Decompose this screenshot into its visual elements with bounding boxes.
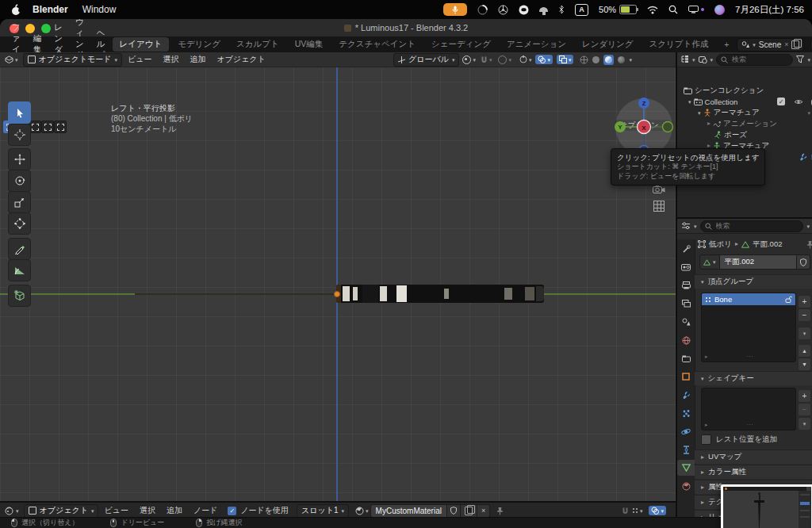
perspective-ortho-toggle-icon[interactable] (653, 201, 665, 212)
input-source-icon[interactable]: A (575, 4, 588, 16)
show-overlays-toggle[interactable]: ▾ (535, 55, 553, 64)
outliner-row-armature-object[interactable]: ▾ アーマチュア ▾ (677, 107, 812, 118)
pin-icon[interactable] (806, 240, 812, 249)
tab-collection-properties[interactable] (677, 350, 695, 366)
tab-object-data-properties-active[interactable] (677, 460, 695, 476)
window-titlebar[interactable]: * Luminous17 - Blender 4.3.2 (0, 19, 812, 37)
move-vertex-group-down-button[interactable]: ▼ (798, 358, 811, 371)
shape-key-specials-button[interactable]: ▾ (798, 417, 811, 430)
tab-object-properties[interactable] (677, 369, 695, 385)
shading-wireframe-icon[interactable] (580, 55, 588, 64)
properties-search[interactable] (700, 220, 804, 232)
tool-transform[interactable] (8, 212, 31, 235)
properties-editor-icon[interactable] (681, 222, 691, 230)
outliner-search-input[interactable] (730, 55, 781, 64)
pin-icon[interactable] (496, 507, 504, 515)
material-browse-button[interactable]: ▾ (355, 507, 369, 515)
tool-measure[interactable] (8, 259, 31, 281)
menubar-datetime[interactable]: 7月26日(土) 7:56 (735, 4, 804, 16)
screen-mirroring-status[interactable] (688, 6, 704, 13)
tool-cursor[interactable] (8, 124, 31, 146)
list-filter-toggle[interactable]: ▸ (705, 422, 708, 427)
tab-modifier-properties[interactable] (677, 387, 695, 403)
viewport-menu-view[interactable]: ビュー (122, 54, 157, 65)
list-grip-icon[interactable]: ⋯ (746, 353, 753, 360)
add-workspace-button[interactable]: + (717, 38, 736, 51)
shader-menu-add[interactable]: 追加 (161, 505, 188, 516)
tab-shading[interactable]: シェーディング (424, 37, 498, 52)
tab-layout[interactable]: レイアウト (113, 37, 170, 52)
shading-material-preview-active[interactable] (603, 55, 614, 65)
proportional-edit-icon[interactable] (498, 55, 507, 64)
remove-vertex-group-button[interactable]: − (798, 308, 811, 322)
viewport-menu-select[interactable]: 選択 (157, 54, 184, 65)
fake-user-shield-button[interactable] (797, 254, 810, 270)
shader-type-selector[interactable]: オブジェクト ▾ (24, 504, 99, 518)
vertex-groups-section-header[interactable]: ▾頂点グループ (695, 274, 812, 289)
shader-menu-view[interactable]: ビュー (98, 505, 133, 516)
sword-mesh[interactable] (336, 285, 544, 303)
eye-visibility-icon[interactable] (794, 98, 803, 105)
select-mode-intersect-button[interactable] (54, 121, 67, 133)
vertex-group-specials-button[interactable]: ▾ (798, 327, 811, 340)
shape-keys-section-header[interactable]: ▾シェイプキー (695, 371, 812, 385)
tab-tool-properties[interactable] (677, 241, 695, 257)
tab-texture-paint[interactable]: テクスチャペイント (331, 37, 423, 52)
properties-options-chevron[interactable]: ▾ (806, 224, 810, 229)
tab-output-properties[interactable] (677, 277, 695, 293)
outliner-row-scene-collection[interactable]: シーンコレクション (677, 85, 812, 96)
show-gizmo-toggle[interactable]: ▾ (519, 55, 532, 63)
shading-solid-icon[interactable] (592, 56, 599, 63)
mushroom-app-icon[interactable] (539, 7, 548, 12)
pivot-point-button[interactable]: ▾ (462, 55, 476, 64)
wheel-app-icon[interactable] (498, 5, 508, 15)
outliner-editor-icon[interactable] (680, 55, 689, 63)
tab-physics-properties[interactable] (677, 423, 695, 439)
outliner-search[interactable] (716, 54, 793, 66)
material-fake-user-button[interactable] (447, 504, 461, 518)
wifi-icon[interactable] (647, 6, 658, 14)
screenshot-preview-thumbnail[interactable] (721, 484, 812, 528)
tab-uv-editing[interactable]: UV編集 (288, 37, 331, 52)
material-copy-button[interactable] (461, 504, 477, 518)
move-vertex-group-up-button[interactable]: ▲ (798, 344, 811, 358)
rest-position-checkbox[interactable] (701, 434, 711, 445)
use-nodes-checkbox[interactable]: ✓ (228, 507, 236, 515)
proportional-chevron[interactable]: ▾ (508, 57, 511, 63)
tab-render-properties[interactable] (677, 259, 695, 275)
tab-rendering[interactable]: レンダリング (575, 37, 640, 52)
siri-icon[interactable] (714, 5, 725, 15)
mode-selector[interactable]: オブジェクトモード ▾ (23, 53, 122, 67)
tab-scene-properties[interactable] (677, 314, 695, 330)
snap-magnet-icon[interactable] (622, 507, 629, 515)
tool-add-cube[interactable] (8, 285, 31, 307)
battery-status[interactable]: 50% (599, 5, 637, 14)
vertex-group-item-bone[interactable]: Bone (702, 293, 795, 305)
object-origin-dot[interactable] (334, 291, 340, 297)
list-grip-icon[interactable]: ⋯ (746, 421, 753, 428)
shader-overlays-toggle[interactable]: ▾ (649, 506, 666, 515)
shader-menu-select[interactable]: 選択 (134, 505, 161, 516)
collection-checkbox[interactable]: ✓ (777, 98, 785, 105)
record-status-icon[interactable] (477, 5, 488, 15)
mesh-datablock-browse[interactable]: ▾ (699, 254, 720, 270)
gizmo-minus-y-ball[interactable] (663, 122, 673, 132)
material-unlink-button[interactable]: × (477, 504, 490, 518)
tab-constraint-properties[interactable] (677, 442, 695, 457)
tool-scale[interactable] (8, 191, 31, 213)
select-mode-invert-button[interactable] (41, 121, 54, 133)
line-app-icon[interactable] (519, 5, 529, 15)
remove-shape-key-button[interactable]: − (798, 403, 811, 416)
shape-keys-list[interactable]: ▸ ⋯ (701, 388, 796, 430)
viewport-3d[interactable]: ▾ オブジェクトモード ▾ ビュー 選択 追加 オブジェクト グローバル ▾ (0, 52, 676, 501)
breadcrumb-data-label[interactable]: 平面.002 (753, 239, 783, 250)
armature-expand-chevron[interactable]: ▾ (807, 110, 810, 116)
shader-editor-type-button[interactable]: ▾ (0, 507, 24, 515)
outliner-row-pose[interactable]: ポーズ (677, 129, 812, 140)
tool-move[interactable] (8, 148, 31, 170)
unlink-icon[interactable]: × (784, 40, 788, 48)
tool-select-box[interactable] (8, 101, 31, 124)
material-slot-selector[interactable]: スロット1 ▾ (297, 504, 349, 518)
use-nodes-toggle[interactable]: ✓ ノードを使用 (228, 505, 289, 516)
mesh-name-field[interactable]: 平面.002 (720, 254, 797, 270)
